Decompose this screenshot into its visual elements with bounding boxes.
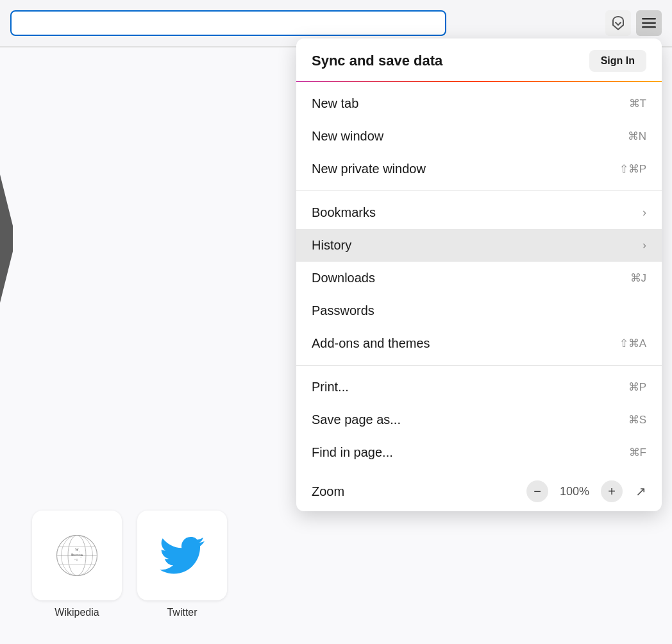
shortcut-wikipedia[interactable]: W WIKIPEDIA Ω Ω Λ 日 Д Wikipedia bbox=[32, 511, 122, 618]
gradient-divider bbox=[296, 81, 662, 82]
menu-item-downloads[interactable]: Downloads ⌘J bbox=[296, 262, 662, 294]
pocket-button[interactable] bbox=[605, 10, 631, 36]
sign-in-button[interactable]: Sign In bbox=[589, 50, 646, 72]
hamburger-menu-button[interactable] bbox=[636, 10, 662, 36]
menu-item-new-window[interactable]: New window ⌘N bbox=[296, 120, 662, 153]
menu-header: Sync and save data Sign In bbox=[296, 38, 662, 81]
menu-section-page: Print... ⌘P Save page as... ⌘S Find in p… bbox=[296, 368, 662, 471]
twitter-icon-container bbox=[137, 511, 227, 600]
menu-item-save-page[interactable]: Save page as... ⌘S bbox=[296, 403, 662, 436]
wikipedia-label: Wikipedia bbox=[55, 607, 99, 618]
menu-item-find[interactable]: Find in page... ⌘F bbox=[296, 436, 662, 469]
svg-rect-2 bbox=[642, 26, 656, 28]
svg-rect-1 bbox=[642, 22, 656, 24]
zoom-in-button[interactable]: + bbox=[601, 480, 623, 502]
zoom-row: Zoom − 100% + ↗ bbox=[296, 471, 662, 511]
wikipedia-icon-container: W WIKIPEDIA Ω Ω Λ 日 Д bbox=[32, 511, 122, 600]
twitter-bird-icon bbox=[160, 536, 205, 575]
menu-item-bookmarks[interactable]: Bookmarks › bbox=[296, 196, 662, 229]
address-bar[interactable] bbox=[10, 10, 446, 36]
browser-menu-dropdown: Sync and save data Sign In New tab ⌘T Ne… bbox=[296, 38, 662, 511]
divider-2 bbox=[296, 365, 662, 366]
history-chevron-icon: › bbox=[643, 239, 646, 252]
shortcut-twitter[interactable]: Twitter bbox=[137, 511, 227, 618]
menu-item-passwords[interactable]: Passwords bbox=[296, 294, 662, 327]
toolbar-right bbox=[605, 10, 662, 36]
menu-header-title: Sync and save data bbox=[312, 53, 442, 69]
menu-section-browse: Bookmarks › History › Downloads ⌘J Passw… bbox=[296, 194, 662, 362]
bookmarks-chevron-icon: › bbox=[643, 206, 646, 219]
menu-item-new-private-window[interactable]: New private window ⇧⌘P bbox=[296, 153, 662, 185]
menu-item-print[interactable]: Print... ⌘P bbox=[296, 371, 662, 403]
wikipedia-globe-icon: W WIKIPEDIA Ω Ω Λ 日 Д bbox=[55, 533, 99, 578]
zoom-out-button[interactable]: − bbox=[526, 480, 548, 502]
left-edge-decoration bbox=[0, 174, 13, 303]
svg-text:Ω: Ω bbox=[72, 553, 73, 555]
twitter-label: Twitter bbox=[167, 607, 197, 618]
svg-text:Ω: Ω bbox=[76, 559, 78, 561]
menu-item-new-tab[interactable]: New tab ⌘T bbox=[296, 87, 662, 120]
menu-item-addons[interactable]: Add-ons and themes ⇧⌘A bbox=[296, 327, 662, 360]
svg-rect-0 bbox=[642, 18, 656, 20]
zoom-expand-icon[interactable]: ↗ bbox=[635, 484, 646, 499]
zoom-value: 100% bbox=[559, 485, 591, 498]
shortcuts-area: W WIKIPEDIA Ω Ω Λ 日 Д Wikipedia Twitter bbox=[32, 511, 227, 618]
divider-1 bbox=[296, 191, 662, 191]
menu-item-history[interactable]: History › bbox=[296, 229, 662, 262]
pocket-icon bbox=[611, 15, 625, 31]
zoom-label: Zoom bbox=[312, 484, 344, 499]
menu-section-new: New tab ⌘T New window ⌘N New private win… bbox=[296, 85, 662, 188]
hamburger-icon bbox=[642, 18, 656, 28]
zoom-controls: − 100% + ↗ bbox=[526, 480, 646, 502]
